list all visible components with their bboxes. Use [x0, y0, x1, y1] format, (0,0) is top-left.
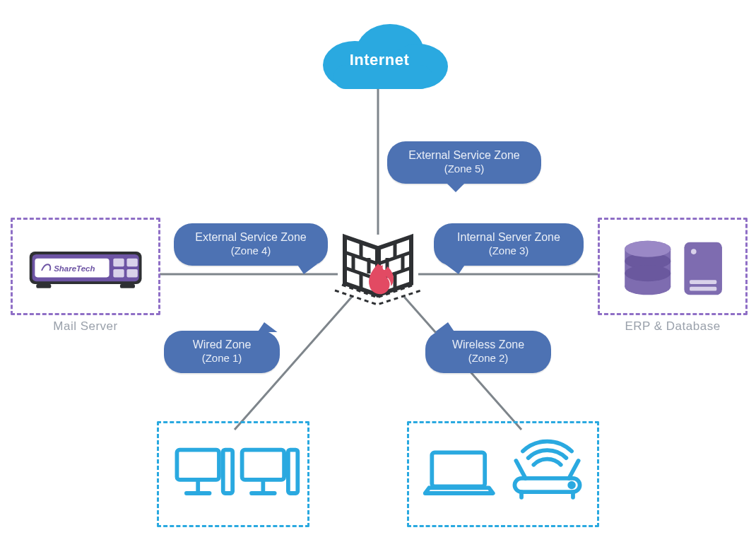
svg-rect-41 [690, 280, 716, 284]
zone1-label: Wired Zone (Zone 1) [164, 331, 280, 373]
zone2-line2: (Zone 2) [438, 352, 538, 365]
wired-zone-box [157, 421, 309, 527]
laptop-router-icon [411, 425, 599, 527]
mail-server-caption: Mail Server [11, 319, 160, 334]
zone3-line1: Internal Server Zone [457, 231, 560, 243]
zone4-line1: External Service Zone [195, 231, 306, 243]
svg-rect-51 [432, 452, 485, 486]
svg-rect-27 [126, 259, 137, 266]
svg-point-53 [569, 483, 574, 488]
svg-rect-32 [120, 284, 135, 288]
zone2-line1: Wireless Zone [452, 338, 524, 350]
zone5-line1: External Service Zone [408, 149, 519, 161]
internet-cloud: Internet [305, 16, 454, 93]
zone3-label: Internal Server Zone (Zone 3) [434, 223, 584, 266]
firewall-icon [332, 230, 424, 307]
erp-db-caption: ERP & Database [598, 319, 748, 334]
database-server-icon [602, 222, 748, 315]
internet-label: Internet [305, 51, 454, 69]
zone1-line2: (Zone 1) [177, 352, 267, 365]
svg-line-54 [516, 461, 525, 478]
zone4-label: External Service Zone (Zone 4) [174, 223, 328, 266]
erp-db-box [598, 218, 748, 315]
zone2-label: Wireless Zone (Zone 2) [425, 331, 551, 373]
svg-line-55 [569, 461, 578, 478]
zone1-line1: Wired Zone [193, 338, 252, 350]
svg-rect-26 [113, 259, 124, 266]
svg-rect-42 [690, 287, 716, 291]
zone5-line2: (Zone 5) [400, 163, 528, 176]
svg-rect-28 [113, 269, 124, 277]
svg-rect-43 [177, 450, 219, 480]
svg-rect-50 [288, 450, 297, 493]
zone5-label: External Service Zone (Zone 5) [387, 141, 541, 184]
mail-server-appliance-icon: ShareTech [15, 222, 160, 315]
svg-rect-31 [36, 284, 51, 288]
mail-server-box: ShareTech [11, 218, 160, 315]
desktop-pair-icon [161, 425, 309, 527]
svg-point-40 [691, 249, 697, 254]
wireless-zone-box [407, 421, 599, 527]
svg-rect-29 [126, 269, 137, 277]
svg-rect-47 [242, 450, 285, 480]
svg-text:ShareTech: ShareTech [54, 264, 95, 273]
svg-point-38 [625, 241, 671, 257]
zone3-line2: (Zone 3) [447, 245, 571, 258]
network-diagram: Internet [0, 0, 756, 542]
svg-point-37 [625, 265, 671, 281]
zone4-line2: (Zone 4) [187, 245, 315, 258]
svg-rect-46 [223, 450, 232, 493]
